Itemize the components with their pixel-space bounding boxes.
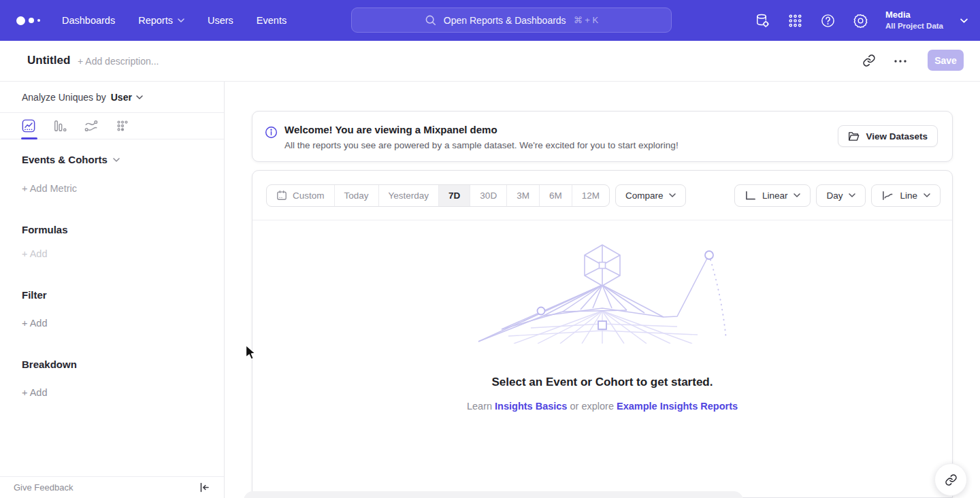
- add-formula-button[interactable]: + Add: [22, 248, 48, 259]
- compare-dropdown[interactable]: Compare: [615, 184, 687, 207]
- date-range-7d[interactable]: 7D: [439, 185, 470, 206]
- date-range-yesterday[interactable]: Yesterday: [379, 185, 440, 206]
- nav-item-users[interactable]: Users: [208, 15, 233, 26]
- banner-subtitle: All the reports you see are powered by a…: [284, 140, 679, 150]
- axes-icon: [745, 190, 756, 201]
- query-builder-sidebar: Analyze Uniques by User: [0, 82, 225, 498]
- date-range-3m[interactable]: 3M: [507, 185, 540, 206]
- nav-item-events[interactable]: Events: [257, 15, 287, 26]
- line-chart-icon: [881, 190, 894, 201]
- analyze-label: Analyze Uniques by: [22, 92, 106, 103]
- collapse-sidebar-icon[interactable]: [199, 482, 210, 493]
- calendar-icon: [276, 190, 287, 201]
- global-search-input[interactable]: Open Reports & Dashboards ⌘ + K: [351, 7, 672, 33]
- analyze-row: Analyze Uniques by User: [0, 82, 224, 113]
- date-range-6m[interactable]: 6M: [540, 185, 572, 206]
- link-icon: [945, 474, 958, 486]
- more-options-icon[interactable]: [893, 57, 908, 65]
- chevron-down-icon: [113, 158, 120, 162]
- project-switcher[interactable]: Media All Project Data: [885, 9, 943, 31]
- primary-nav: Dashboards Reports Users Events: [62, 15, 287, 26]
- chart-type-tabs: [0, 113, 224, 139]
- search-placeholder: Open Reports & Dashboards: [444, 15, 566, 26]
- date-range-12m[interactable]: 12M: [572, 185, 609, 206]
- mixpanel-logo[interactable]: [16, 16, 40, 25]
- breakdown-section-title: Breakdown: [22, 359, 77, 370]
- save-button[interactable]: Save: [928, 50, 964, 71]
- add-breakdown-button[interactable]: + Add: [22, 387, 48, 398]
- chevron-down-icon: [794, 193, 800, 197]
- report-description-placeholder[interactable]: + Add description...: [78, 56, 159, 67]
- formulas-section-title: Formulas: [22, 224, 68, 235]
- share-link-button[interactable]: [934, 463, 967, 496]
- date-range-custom[interactable]: Custom: [267, 185, 335, 206]
- empty-state-subtitle: Learn Insights Basics or explore Example…: [252, 401, 952, 412]
- chart-controls: Custom Today Yesterday 7D 30D 3M 6M 12M …: [252, 171, 952, 220]
- search-shortcut: ⌘ + K: [574, 15, 599, 25]
- filter-section-title: Filter: [22, 289, 47, 301]
- sidebar-footer: Give Feedback: [0, 476, 224, 498]
- chevron-down-icon: [924, 193, 930, 197]
- granularity-dropdown[interactable]: Day: [816, 184, 866, 207]
- bottom-panel-edge[interactable]: [244, 491, 743, 498]
- search-icon: [425, 14, 436, 26]
- chevron-down-icon: [136, 95, 143, 99]
- tab-bar-chart-icon[interactable]: [53, 119, 67, 133]
- insights-report-card: Custom Today Yesterday 7D 30D 3M 6M 12M …: [252, 170, 953, 498]
- data-management-icon[interactable]: [755, 13, 770, 29]
- tab-insights-line-icon[interactable]: [22, 119, 35, 133]
- project-name: Media: [885, 9, 943, 21]
- chevron-down-icon: [178, 18, 184, 22]
- date-range-today[interactable]: Today: [335, 185, 379, 206]
- report-title[interactable]: Untitled: [27, 54, 70, 67]
- nav-item-reports[interactable]: Reports: [138, 15, 184, 26]
- chart-display-controls: Linear Day Line: [734, 184, 941, 207]
- view-datasets-button[interactable]: View Datasets: [838, 125, 938, 147]
- top-navbar: Dashboards Reports Users Events Open Rep…: [0, 0, 980, 41]
- chevron-down-icon: [669, 193, 676, 197]
- folder-icon: [848, 131, 860, 142]
- date-range-picker: Custom Today Yesterday 7D 30D 3M 6M 12M: [266, 184, 610, 207]
- help-icon[interactable]: [820, 13, 836, 29]
- analyze-entity-dropdown[interactable]: User: [111, 92, 143, 103]
- example-insights-reports-link[interactable]: Example Insights Reports: [617, 401, 738, 412]
- copy-link-icon[interactable]: [862, 54, 876, 67]
- settings-gear-icon[interactable]: [853, 13, 868, 29]
- project-scope: All Project Data: [885, 21, 943, 32]
- tab-scatter-icon[interactable]: [116, 119, 129, 133]
- banner-title: Welcome! You are viewing a Mixpanel demo: [284, 124, 497, 135]
- info-icon: [265, 126, 278, 139]
- give-feedback-link[interactable]: Give Feedback: [14, 482, 73, 493]
- main-content: Welcome! You are viewing a Mixpanel demo…: [225, 82, 980, 498]
- chart-type-dropdown[interactable]: Line: [871, 184, 941, 207]
- empty-state-title: Select an Event or Cohort to get started…: [252, 376, 952, 389]
- chevron-down-icon[interactable]: [960, 18, 968, 23]
- navbar-right: Media All Project Data: [755, 0, 968, 41]
- scale-dropdown[interactable]: Linear: [734, 184, 811, 207]
- chevron-down-icon: [849, 193, 855, 197]
- add-filter-button[interactable]: + Add: [22, 318, 48, 329]
- demo-welcome-banner: Welcome! You are viewing a Mixpanel demo…: [252, 111, 953, 162]
- insights-basics-link[interactable]: Insights Basics: [495, 401, 567, 412]
- empty-state-illustration: [473, 240, 732, 344]
- report-header: Untitled + Add description... Save: [0, 41, 980, 82]
- date-range-30d[interactable]: 30D: [470, 185, 507, 206]
- selected-tab-indicator: [21, 137, 37, 139]
- add-metric-button[interactable]: + Add Metric: [22, 183, 77, 194]
- apps-grid-icon[interactable]: [787, 13, 803, 29]
- nav-item-dashboards[interactable]: Dashboards: [62, 15, 115, 26]
- events-cohorts-section[interactable]: Events & Cohorts: [22, 154, 120, 165]
- tab-flow-icon[interactable]: [84, 119, 98, 133]
